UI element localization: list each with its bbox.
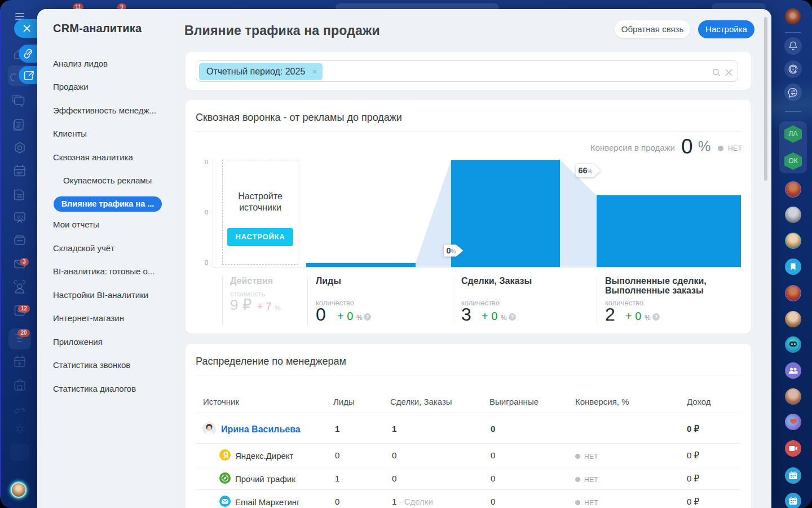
svg-text:BQ: BQ — [17, 215, 23, 220]
